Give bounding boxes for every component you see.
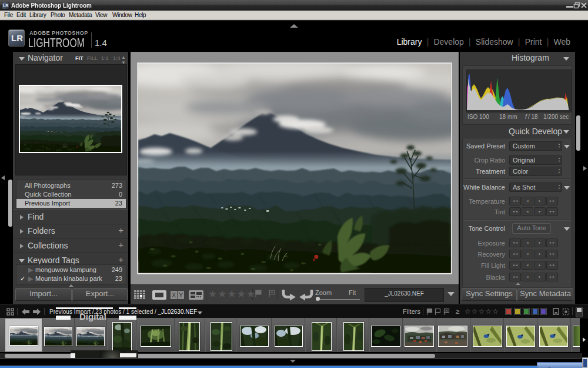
svg-text:X: X	[172, 291, 176, 299]
svg-text:Y: Y	[179, 291, 183, 299]
